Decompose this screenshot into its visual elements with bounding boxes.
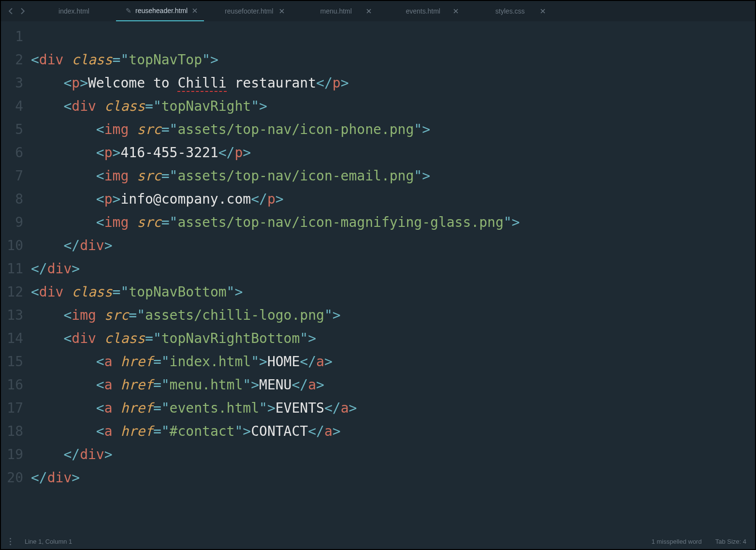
token-string: assets/chilli-logo.png xyxy=(145,307,324,323)
cursor-position[interactable]: Line 1, Column 1 xyxy=(25,538,72,545)
token-string: index.html xyxy=(170,354,251,370)
tab-size-status[interactable]: Tab Size: 4 xyxy=(715,538,746,545)
close-tab-button[interactable] xyxy=(275,7,284,15)
tab-label: index.html xyxy=(58,7,89,15)
token-attr: class xyxy=(72,284,112,300)
code-line[interactable]: <a href="#contact">CONTACT</a> xyxy=(31,420,755,443)
token-punc: </ xyxy=(308,423,324,439)
token-tag: img xyxy=(104,121,129,137)
token-punc: < xyxy=(31,284,39,300)
tab-label: events.html xyxy=(406,7,440,15)
nav-forward-button[interactable] xyxy=(16,4,29,18)
token-punc: </ xyxy=(324,400,341,416)
token-string: assets/top-nav/icon-email.png xyxy=(177,168,414,184)
token-text: EVENTS xyxy=(276,400,324,416)
token-punc: > xyxy=(251,377,259,393)
token-tag: img xyxy=(72,307,96,323)
token-tag: div xyxy=(72,330,96,346)
token-punc: </ xyxy=(63,446,80,462)
token-punc: > xyxy=(341,75,349,91)
code-line[interactable]: <p>info@company.com</p> xyxy=(31,188,755,211)
token-string: assets/top-nav/icon-magnifying-glass.png xyxy=(177,214,503,230)
code-line[interactable] xyxy=(31,25,755,48)
code-line[interactable]: <p>Welcome to Chilli restaurant</p> xyxy=(31,72,755,95)
token-tag: div xyxy=(47,470,72,486)
token-punc: " xyxy=(251,354,259,370)
line-number: 6 xyxy=(1,141,23,164)
tab-styles-css[interactable]: styles.css xyxy=(465,1,552,21)
code-line[interactable]: </div> xyxy=(31,466,755,490)
token-text xyxy=(129,121,137,137)
code-line[interactable]: <a href="menu.html">MENU</a> xyxy=(31,373,755,397)
token-punc: " xyxy=(161,400,170,416)
token-attr: href xyxy=(120,400,153,416)
code-line[interactable]: </div> xyxy=(31,234,755,257)
token-punc: " xyxy=(153,98,161,114)
token-tag: div xyxy=(39,52,64,68)
token-tag: a xyxy=(308,377,316,393)
tab-index-html[interactable]: index.html xyxy=(29,1,116,21)
nav-back-button[interactable] xyxy=(4,4,16,18)
code-line[interactable]: <a href="index.html">HOME</a> xyxy=(31,350,755,373)
token-text xyxy=(31,214,96,230)
tab-reuseheader-html[interactable]: ✎reuseheader.html xyxy=(116,1,204,21)
token-tag: div xyxy=(80,238,104,253)
token-punc: > xyxy=(349,400,357,416)
tab-reusefooter-html[interactable]: reusefooter.html xyxy=(204,1,291,21)
token-text xyxy=(31,238,63,253)
token-string: assets/top-nav/icon-phone.png xyxy=(177,121,414,137)
token-attr: href xyxy=(120,377,153,393)
line-number: 7 xyxy=(1,164,23,188)
spellcheck-status[interactable]: 1 misspelled word xyxy=(652,538,702,545)
token-tag: a xyxy=(341,400,349,416)
close-tab-button[interactable] xyxy=(188,7,197,15)
code-line[interactable]: <div class="topNavRightBottom"> xyxy=(31,327,755,350)
line-number: 20 xyxy=(1,466,23,490)
line-number: 8 xyxy=(1,188,23,211)
close-tab-button[interactable] xyxy=(362,7,371,15)
tab-menu-html[interactable]: menu.html xyxy=(291,1,378,21)
token-punc: " xyxy=(414,168,422,184)
token-tag: a xyxy=(104,400,113,416)
token-attr: src xyxy=(137,214,161,230)
token-text xyxy=(31,423,96,439)
line-number: 5 xyxy=(1,118,23,141)
line-number: 2 xyxy=(1,48,23,72)
tab-label: reuseheader.html xyxy=(135,7,188,15)
token-tag: a xyxy=(104,423,113,439)
token-text xyxy=(31,145,96,161)
code-line[interactable]: <p>416-455-3221</p> xyxy=(31,141,755,164)
code-line[interactable]: <a href="events.html">EVENTS</a> xyxy=(31,397,755,420)
close-tab-button[interactable] xyxy=(536,7,545,15)
token-punc: " xyxy=(120,284,129,300)
code-line[interactable]: <img src="assets/top-nav/icon-email.png"… xyxy=(31,164,755,188)
code-line[interactable]: </div> xyxy=(31,443,755,466)
token-punc: = xyxy=(153,377,161,393)
token-text: info@company.com xyxy=(120,191,251,207)
token-tag: p xyxy=(267,191,276,207)
code-line[interactable]: <div class="topNavRight"> xyxy=(31,95,755,118)
token-punc: > xyxy=(113,191,121,207)
token-text xyxy=(129,168,137,184)
line-number: 4 xyxy=(1,95,23,118)
token-punc: </ xyxy=(300,354,316,370)
tab-events-html[interactable]: events.html xyxy=(378,1,465,21)
code-line[interactable]: <img src="assets/top-nav/icon-phone.png"… xyxy=(31,118,755,141)
code-line[interactable]: <img src="assets/chilli-logo.png"> xyxy=(31,304,755,327)
token-punc: </ xyxy=(251,191,267,207)
code-line[interactable]: <div class="topNavBottom"> xyxy=(31,281,755,304)
code-content[interactable]: <div class="topNavTop"> <p>Welcome to Ch… xyxy=(31,25,755,534)
close-tab-button[interactable] xyxy=(449,7,458,15)
token-punc: = xyxy=(161,214,170,230)
code-line[interactable]: <img src="assets/top-nav/icon-magnifying… xyxy=(31,211,755,234)
token-attr: href xyxy=(120,354,153,370)
code-line[interactable]: </div> xyxy=(31,257,755,281)
code-line[interactable]: <div class="topNavTop"> xyxy=(31,48,755,72)
token-text xyxy=(31,446,63,462)
token-tag: div xyxy=(39,284,64,300)
token-tag: p xyxy=(104,145,113,161)
line-number: 14 xyxy=(1,327,23,350)
code-editor[interactable]: 1234567891011121314151617181920 <div cla… xyxy=(1,21,755,534)
menu-button[interactable] xyxy=(10,538,11,545)
line-number-gutter: 1234567891011121314151617181920 xyxy=(1,25,31,534)
